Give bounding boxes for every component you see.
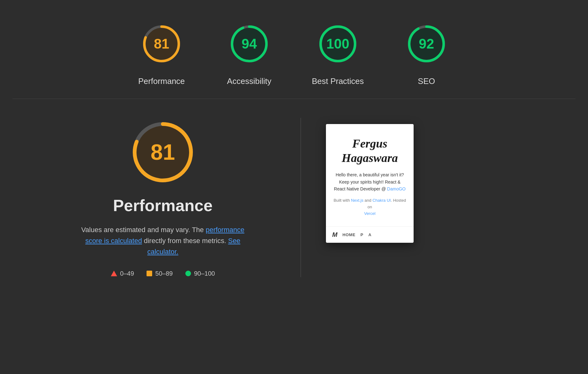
score-value-accessibility: 94 bbox=[241, 36, 257, 52]
score-value-performance: 81 bbox=[154, 36, 169, 52]
nextjs-link[interactable]: Next.js bbox=[351, 198, 364, 203]
preview-nav-logo: M bbox=[332, 231, 338, 238]
detail-score-circle: 81 bbox=[128, 118, 197, 187]
preview-built-prefix: Built with bbox=[333, 198, 351, 203]
preview-name: Fergus Hagaswara bbox=[333, 137, 406, 165]
legend-item-ok: 50–89 bbox=[147, 270, 173, 277]
detail-section: 81 Performance Values are estimated and … bbox=[0, 99, 588, 296]
preview-built-and: and bbox=[364, 198, 373, 203]
scores-section: 81 Performance 94 Accessibility bbox=[0, 0, 588, 99]
bad-icon bbox=[111, 271, 117, 276]
good-icon bbox=[185, 271, 191, 276]
vertical-divider bbox=[301, 118, 301, 277]
score-item-seo: 92 SEO bbox=[401, 19, 451, 86]
score-label-accessibility: Accessibility bbox=[227, 76, 271, 86]
preview-card-body: Fergus Hagaswara Hello there, a beautifu… bbox=[326, 124, 414, 226]
vercel-link[interactable]: Vercel bbox=[364, 211, 375, 216]
score-label-best-practices: Best Practices bbox=[312, 76, 364, 86]
preview-nav-a: A bbox=[369, 232, 372, 237]
detail-description: Values are estimated and may vary. The p… bbox=[72, 224, 254, 257]
score-item-best-practices: 100 Best Practices bbox=[312, 19, 364, 86]
preview-name-line1: Fergus bbox=[352, 137, 387, 150]
preview-company-link[interactable]: DamoGO bbox=[387, 186, 405, 191]
detail-left-panel: 81 Performance Values are estimated and … bbox=[50, 118, 276, 277]
detail-score-value: 81 bbox=[151, 140, 175, 165]
preview-built-info: Built with Next.js and Chakra UI. Hosted… bbox=[333, 197, 406, 217]
score-label-performance: Performance bbox=[138, 76, 185, 86]
legend-item-good: 90–100 bbox=[185, 270, 215, 277]
score-value-seo: 92 bbox=[419, 36, 434, 52]
score-circle-performance: 81 bbox=[137, 19, 187, 69]
desc-text-middle: directly from these metrics. bbox=[142, 237, 228, 245]
legend-label-ok: 50–89 bbox=[155, 270, 173, 277]
legend-item-bad: 0–49 bbox=[111, 270, 134, 277]
desc-text-start: Values are estimated and may vary. The bbox=[81, 226, 206, 234]
legend-label-good: 90–100 bbox=[194, 270, 215, 277]
score-item-accessibility: 94 Accessibility bbox=[224, 19, 274, 86]
score-circle-best-practices: 100 bbox=[313, 19, 363, 69]
preview-nav: M HOME P A bbox=[326, 226, 414, 243]
score-circle-seo: 92 bbox=[401, 19, 451, 69]
preview-bio: Hello there, a beautiful year isn't it? … bbox=[333, 171, 406, 192]
preview-nav-links: HOME P A bbox=[343, 232, 372, 237]
legend-label-bad: 0–49 bbox=[120, 270, 134, 277]
preview-name-line2: Hagaswara bbox=[342, 151, 398, 164]
chakraui-link[interactable]: Chakra UI bbox=[373, 198, 391, 203]
score-value-best-practices: 100 bbox=[326, 36, 349, 52]
score-item-performance: 81 Performance bbox=[137, 19, 187, 86]
preview-card: Fergus Hagaswara Hello there, a beautifu… bbox=[326, 124, 414, 243]
ok-icon bbox=[147, 271, 152, 276]
score-label-seo: SEO bbox=[418, 76, 435, 86]
score-legend: 0–49 50–89 90–100 bbox=[111, 270, 215, 277]
preview-nav-home: HOME bbox=[343, 232, 356, 237]
preview-nav-p: P bbox=[360, 232, 363, 237]
detail-title: Performance bbox=[113, 196, 213, 215]
score-circle-accessibility: 94 bbox=[224, 19, 274, 69]
